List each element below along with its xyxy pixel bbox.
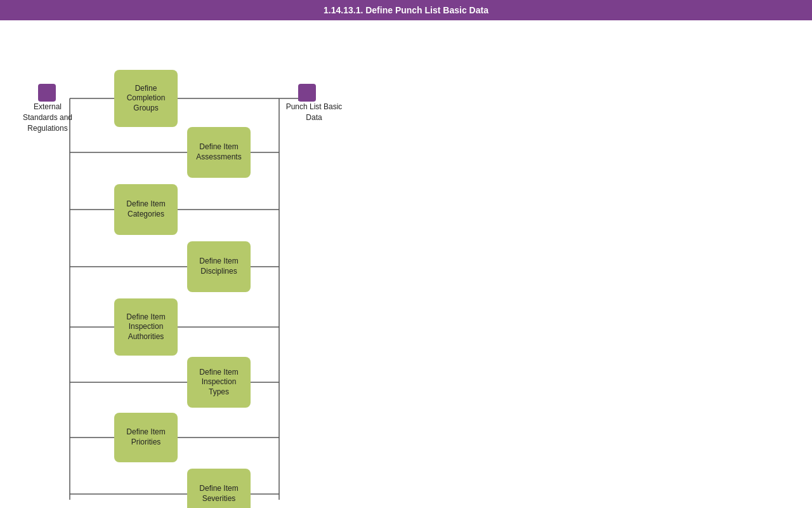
define-item-priorities-node[interactable]: Define Item Priorities [114,413,178,462]
define-item-categories-node[interactable]: Define Item Categories [114,184,178,235]
diagram-area: External Standards and Regulations Defin… [0,20,812,508]
punch-list-basic-data-label: Punch List Basic Data [285,102,343,123]
define-item-inspection-types-node[interactable]: Define Item Inspection Types [187,357,251,408]
define-item-inspection-authorities-node[interactable]: Define Item Inspection Authorities [114,298,178,356]
header-title: 1.14.13.1. Define Punch List Basic Data [324,5,488,15]
define-item-assessments-node[interactable]: Define Item Assessments [187,127,251,178]
external-standards-label: External Standards and Regulations [19,102,76,133]
page-header: 1.14.13.1. Define Punch List Basic Data [0,0,812,20]
external-standards-icon [38,84,56,102]
punch-list-basic-data-icon [298,84,316,102]
define-completion-groups-node[interactable]: Define Completion Groups [114,70,178,127]
define-item-disciplines-node[interactable]: Define Item Disciplines [187,241,251,292]
define-item-severities-node[interactable]: Define Item Severities [187,469,251,508]
